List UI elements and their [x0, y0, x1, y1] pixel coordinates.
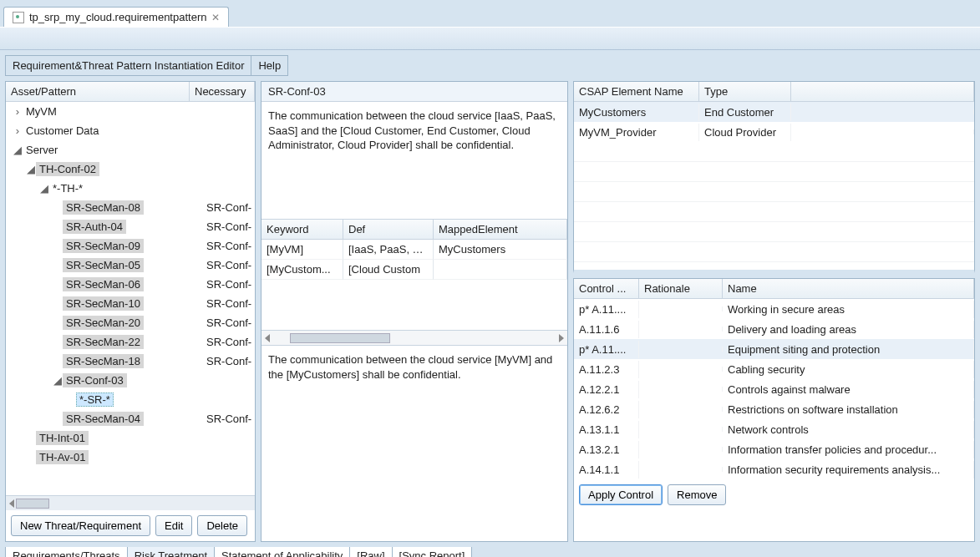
ctrl-cell-id: A.11.2.3: [574, 361, 639, 378]
new-threat-button[interactable]: New Threat/Requirement: [11, 515, 150, 536]
tree-label: SR-SecMan-09: [63, 239, 144, 253]
tree-row[interactable]: SR-SecMan-09SR-Conf-: [6, 236, 255, 256]
csap-body[interactable]: MyCustomersEnd CustomerMyVM_ProviderClou…: [574, 102, 974, 270]
tree-label: TH-Int-01: [36, 431, 89, 445]
toggle-icon[interactable]: ◢: [26, 163, 36, 175]
scroll-right-icon[interactable]: [559, 334, 564, 342]
file-tab[interactable]: tp_srp_my_cloud.requirementpattern ✕: [3, 7, 229, 27]
bottom-tab[interactable]: Statement of Applicability: [214, 547, 350, 557]
scroll-thumb[interactable]: [16, 499, 49, 509]
control-row[interactable]: p* A.11....Working in secure areas: [574, 299, 974, 319]
ctrl-header-name[interactable]: Name: [723, 279, 974, 298]
necessity-cell: SR-Conf-: [206, 220, 251, 233]
control-row[interactable]: A.13.1.1Network controls: [574, 419, 974, 439]
keyword-row[interactable]: [MyVM][IaaS, PaaS, SaaMyCustomers: [262, 240, 567, 260]
csap-row[interactable]: MyCustomersEnd Customer: [574, 102, 974, 122]
tree-header-necessary[interactable]: Necessary: [190, 82, 255, 101]
ctrl-cell-rationale: [639, 367, 723, 372]
control-row[interactable]: A.11.2.3Cabling security: [574, 359, 974, 379]
kw-cell-def: [IaaS, PaaS, Saa: [343, 240, 434, 260]
tree-row[interactable]: SR-SecMan-04SR-Conf-: [6, 409, 255, 428]
control-row[interactable]: A.12.6.2Restrictions on software install…: [574, 399, 974, 419]
ctrl-cell-rationale: [639, 467, 723, 472]
bottom-tab[interactable]: [Raw]: [349, 547, 392, 557]
ctrl-cell-id: A.13.2.1: [574, 441, 639, 458]
tree-row[interactable]: SR-SecMan-10SR-Conf-: [6, 294, 255, 313]
tree-row[interactable]: ›MyVM: [6, 102, 255, 121]
scroll-left-icon[interactable]: [265, 334, 270, 342]
control-row[interactable]: A.13.2.1Information transfer policies an…: [574, 439, 974, 459]
control-row[interactable]: A.12.2.1Controls against malware: [574, 379, 974, 399]
tree-body[interactable]: ›MyVM›Customer Data◢Server◢TH-Conf-02◢*-…: [6, 102, 255, 495]
kw-header-mapped[interactable]: MappedElement: [434, 220, 567, 239]
file-tab-strip: tp_srp_my_cloud.requirementpattern ✕: [0, 0, 980, 27]
tree-row[interactable]: ◢SR-Conf-03: [6, 371, 255, 390]
tree-row[interactable]: ◢Server: [6, 140, 255, 160]
kw-header-def[interactable]: Def: [343, 220, 434, 239]
bottom-tab[interactable]: Risk Treatment: [127, 547, 215, 557]
apply-control-button[interactable]: Apply Control: [579, 484, 663, 505]
tree-row[interactable]: SR-SecMan-05SR-Conf-: [6, 256, 255, 275]
ctrl-header-id[interactable]: Control ...: [574, 279, 639, 298]
toggle-icon[interactable]: ◢: [39, 182, 49, 195]
ctrl-cell-name: Network controls: [723, 421, 974, 438]
tree-row[interactable]: SR-SecMan-08SR-Conf-: [6, 198, 255, 217]
csap-header-type[interactable]: Type: [699, 82, 791, 101]
document-icon: [13, 12, 24, 23]
keyword-scrollbar-h[interactable]: [262, 330, 567, 345]
tree-header-asset[interactable]: Asset/Pattern: [6, 82, 190, 101]
tree-scrollbar-h[interactable]: [6, 495, 255, 510]
edit-button[interactable]: Edit: [155, 515, 192, 536]
tree-row[interactable]: TH-Av-01: [6, 448, 255, 467]
tree-row[interactable]: SR-SecMan-06SR-Conf-: [6, 275, 255, 294]
tree-row[interactable]: TH-Int-01: [6, 428, 255, 448]
menu-help[interactable]: Help: [251, 56, 287, 75]
csap-row[interactable]: MyVM_ProviderCloud Provider: [574, 122, 974, 142]
ctrl-cell-name: Cabling security: [723, 361, 974, 378]
tree-row[interactable]: ◢TH-Conf-02: [6, 160, 255, 179]
ctrl-cell-name: Equipment siting and protection: [723, 341, 974, 358]
tree-row[interactable]: SR-SecMan-18SR-Conf-: [6, 352, 255, 371]
bottom-tab[interactable]: Requirements/Threats: [5, 547, 128, 557]
toggle-icon[interactable]: ›: [13, 124, 23, 137]
control-grid: Control ... Rationale Name p* A.11....Wo…: [573, 278, 975, 542]
ctrl-header-rationale[interactable]: Rationale: [639, 279, 723, 298]
tree-header: Asset/Pattern Necessary: [6, 82, 255, 102]
toggle-icon[interactable]: ◢: [53, 374, 63, 387]
tree-label: SR-SecMan-18: [63, 354, 144, 368]
ctrl-cell-rationale: [639, 306, 723, 311]
tree-row[interactable]: *-SR-*: [6, 390, 255, 409]
bottom-tab[interactable]: [Sync Report]: [392, 547, 473, 557]
tree-row[interactable]: ›Customer Data: [6, 121, 255, 140]
control-body[interactable]: p* A.11....Working in secure areasA.11.1…: [574, 299, 974, 479]
file-tab-label: tp_srp_my_cloud.requirementpattern: [29, 11, 206, 23]
ctrl-cell-id: A.13.1.1: [574, 421, 639, 438]
ctrl-cell-id: A.14.1.1: [574, 461, 639, 479]
menu-editor[interactable]: Requirement&Threat Pattern Instantiation…: [6, 56, 251, 75]
tree-row[interactable]: SR-SecMan-22SR-Conf-: [6, 332, 255, 352]
ctrl-cell-id: p* A.11....: [574, 301, 639, 318]
control-row[interactable]: A.14.1.1Information security requirement…: [574, 459, 974, 479]
close-icon[interactable]: ✕: [211, 12, 220, 23]
necessity-cell: SR-Conf-: [206, 278, 251, 291]
csap-header-name[interactable]: CSAP Element Name: [574, 82, 699, 101]
control-row[interactable]: p* A.11....Equipment siting and protecti…: [574, 339, 974, 359]
keyword-row[interactable]: [MyCustom...[Cloud Custom: [262, 260, 567, 280]
kw-header-keyword[interactable]: Keyword: [262, 220, 343, 239]
scroll-thumb[interactable]: [290, 333, 390, 343]
tree-row[interactable]: SR-SecMan-20SR-Conf-: [6, 313, 255, 332]
toggle-icon[interactable]: ›: [13, 105, 23, 118]
ctrl-cell-name: Information transfer policies and proced…: [723, 441, 974, 458]
tree-label: SR-Auth-04: [63, 220, 126, 234]
scroll-left-icon[interactable]: [9, 499, 14, 508]
necessity-cell: SR-Conf-: [206, 413, 251, 425]
toggle-icon[interactable]: ◢: [13, 144, 23, 156]
keyword-body[interactable]: [MyVM][IaaS, PaaS, SaaMyCustomers[MyCust…: [262, 240, 567, 280]
control-row[interactable]: A.11.1.6Delivery and loading areas: [574, 319, 974, 339]
ctrl-cell-rationale: [639, 347, 723, 352]
tree-row[interactable]: SR-Auth-04SR-Conf-: [6, 217, 255, 236]
remove-button[interactable]: Remove: [668, 484, 726, 505]
tree-row[interactable]: ◢*-TH-*: [6, 179, 255, 198]
ctrl-cell-rationale: [639, 427, 723, 432]
delete-button[interactable]: Delete: [197, 515, 247, 536]
